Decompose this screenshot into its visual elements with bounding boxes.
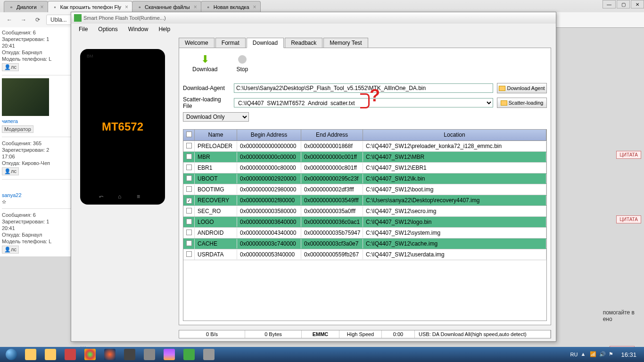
chrome-close[interactable]: ✕ xyxy=(631,0,644,8)
partition-row[interactable]: MBR0x0000000000c000000x0000000000c001ffC… xyxy=(183,152,546,163)
pm-button[interactable]: 👤лс xyxy=(2,246,19,254)
row-checkbox[interactable] xyxy=(183,250,195,260)
user-time: 20:41 xyxy=(2,42,74,49)
tray-icon[interactable]: ⚑ xyxy=(609,351,615,358)
menu-help[interactable]: Help xyxy=(154,25,175,34)
sp-flash-tool-window: Smart Phone Flash Tool(Runtime...) FileO… xyxy=(71,12,556,342)
menubar: FileOptionsWindowHelp xyxy=(71,24,556,35)
forward-button[interactable]: → xyxy=(18,14,29,25)
partition-row[interactable]: EBR10x0000000000c800000x0000000000c801ff… xyxy=(183,163,546,173)
tab-favicon: ▫ xyxy=(136,4,143,10)
user-msgs: Сообщения: 6 xyxy=(2,29,74,36)
partition-name: USRDATA xyxy=(195,250,237,259)
app2-taskbar-icon[interactable] xyxy=(140,348,159,361)
tab-close-icon[interactable]: × xyxy=(194,4,197,10)
window-titlebar[interactable]: Smart Phone Flash Tool(Runtime...) xyxy=(71,12,556,24)
header-checkbox[interactable] xyxy=(183,130,195,140)
tab-download[interactable]: Download xyxy=(247,38,284,48)
partition-row[interactable]: USRDATA0x0000000053f400000x00000000559fb… xyxy=(183,249,546,260)
explorer2-taskbar-icon[interactable] xyxy=(41,348,60,361)
partition-row[interactable]: ANDROID0x00000000043400000x0000000035b75… xyxy=(183,228,546,239)
browser-tabs: ▫Диалоги×▫Как прошить телефон Fly×▫Скача… xyxy=(0,0,644,12)
end-address: 0x000000000295c23f xyxy=(301,174,363,183)
tray-sound-icon[interactable]: 🔊 xyxy=(599,351,606,358)
pm-button[interactable]: 👤лс xyxy=(2,63,19,71)
username-link[interactable]: чипега xyxy=(2,118,74,124)
browser-tab[interactable]: ▫Диалоги× xyxy=(4,1,48,12)
browser-tab[interactable]: ▫Как прошить телефон Fly× xyxy=(48,1,133,12)
chrome-minimize[interactable]: — xyxy=(603,0,616,8)
partition-name: BOOTIMG xyxy=(195,185,237,194)
winrar-taskbar-icon[interactable] xyxy=(160,348,179,361)
language-indicator[interactable]: RU xyxy=(570,352,578,357)
firefox-taskbar-icon[interactable] xyxy=(100,348,119,361)
choose-da-button[interactable]: Download Agent xyxy=(497,83,547,93)
chrome-taskbar-icon[interactable] xyxy=(81,348,99,361)
browser-tab[interactable]: ▫Новая вкладка× xyxy=(201,1,261,12)
user-time: 17:06 xyxy=(2,153,74,160)
partition-row[interactable]: SEC_RO0x00000000035800000x00000000035a0f… xyxy=(183,206,546,217)
col-begin-header[interactable]: Begin Address xyxy=(237,130,301,140)
forum-sidebar: Сообщения: 6 Зарегистрирован: 1 20:41 От… xyxy=(0,27,75,256)
tray-flag-icon[interactable]: ▲ xyxy=(580,351,587,358)
partition-row[interactable]: UBOOT0x00000000029200000x000000000295c23… xyxy=(183,173,546,184)
row-checkbox[interactable] xyxy=(183,141,195,151)
explorer-taskbar-icon[interactable] xyxy=(21,348,40,361)
user-reg: Зарегистрирован: 1 xyxy=(2,36,74,42)
tab-format[interactable]: Format xyxy=(215,38,246,48)
row-checkbox[interactable] xyxy=(183,196,195,205)
choose-scatter-button[interactable]: Scatter-loading xyxy=(497,98,547,108)
col-location-header[interactable]: Location xyxy=(363,130,546,140)
tab-close-icon[interactable]: × xyxy=(41,4,44,10)
download-button[interactable]: ⬇ Download xyxy=(192,54,217,73)
tab-close-icon[interactable]: × xyxy=(253,4,256,10)
folder-icon xyxy=(501,100,507,106)
tab-readback[interactable]: Readback xyxy=(285,38,322,48)
tab-welcome[interactable]: Welcome xyxy=(179,38,215,48)
quote-button[interactable]: ЦИТАТА xyxy=(616,215,641,223)
scatter-path-select[interactable]: C:\IQ4407_SW12\MT6572_Android_scatter.tx… xyxy=(234,98,493,107)
clock[interactable]: 16:31 xyxy=(618,351,639,358)
row-checkbox[interactable] xyxy=(183,174,195,184)
browser-tab[interactable]: ▫Скачанные файлы× xyxy=(132,1,201,12)
download-mode-select[interactable]: Download Only xyxy=(183,112,249,122)
app-taskbar-icon[interactable] xyxy=(61,348,80,361)
row-checkbox[interactable] xyxy=(183,239,195,249)
menu-file[interactable]: File xyxy=(74,25,92,34)
wot-taskbar-icon[interactable] xyxy=(120,348,139,361)
chrome-maximize[interactable]: ▢ xyxy=(617,0,630,8)
sp-taskbar-icon[interactable] xyxy=(180,348,198,361)
tab-close-icon[interactable]: × xyxy=(125,4,128,10)
col-end-header[interactable]: End Address xyxy=(301,130,363,140)
row-checkbox[interactable] xyxy=(183,217,195,227)
tray-network-icon[interactable]: 📶 xyxy=(590,351,596,358)
quote-button[interactable]: ЦИТАТА xyxy=(616,151,641,159)
partition-row[interactable]: RECOVERY0x0000000002f800000x000000000035… xyxy=(183,195,546,206)
username-link[interactable]: sanya22 xyxy=(2,192,74,198)
app3-taskbar-icon[interactable] xyxy=(199,348,218,361)
tab-favicon: ▫ xyxy=(205,4,212,10)
menu-window[interactable]: Window xyxy=(124,25,153,34)
partition-row[interactable]: BOOTIMG0x00000000029800000x0000000002df3… xyxy=(183,184,546,195)
da-path-input[interactable] xyxy=(234,83,493,93)
pm-button[interactable]: 👤лс xyxy=(2,167,19,175)
reload-button[interactable]: ⟳ xyxy=(32,14,43,25)
row-checkbox[interactable] xyxy=(183,163,195,173)
partition-row[interactable]: PRELOADER0x00000000000000000x00000000018… xyxy=(183,141,546,152)
row-checkbox[interactable] xyxy=(183,206,195,216)
row-checkbox[interactable] xyxy=(183,228,195,238)
partition-row[interactable]: LOGO0x00000000036400000x00000000036c0ac1… xyxy=(183,217,546,228)
partition-row[interactable]: CACHE0x000000003c7400000x000000003cf3a0e… xyxy=(183,239,546,249)
col-name-header[interactable]: Name xyxy=(195,130,237,140)
start-button[interactable] xyxy=(2,348,21,361)
row-checkbox[interactable] xyxy=(183,152,195,162)
tab-memory-test[interactable]: Memory Test xyxy=(323,38,368,48)
row-checkbox[interactable] xyxy=(183,185,195,195)
menu-options[interactable]: Options xyxy=(93,25,122,34)
partition-name: PRELOADER xyxy=(195,141,237,151)
url-input[interactable]: Ubla... xyxy=(46,15,74,25)
status-time: 0:00 xyxy=(382,330,415,338)
stop-button[interactable]: Stop xyxy=(236,54,248,73)
end-address: 0x0000000000c801ff xyxy=(301,163,363,173)
back-button[interactable]: ← xyxy=(4,14,15,25)
